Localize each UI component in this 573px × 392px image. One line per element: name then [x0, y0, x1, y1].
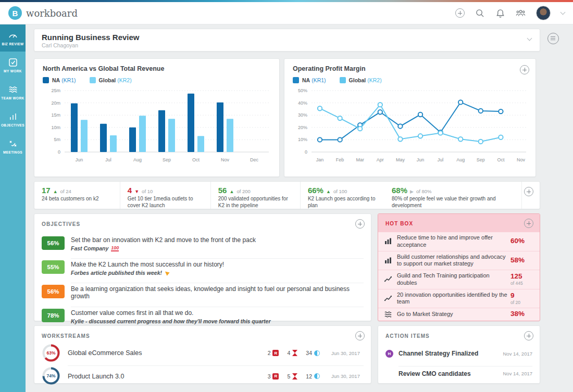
svg-text:Jun: Jun [417, 157, 425, 162]
kpi-target: of 100 [333, 188, 347, 194]
checkbox-icon [8, 58, 18, 67]
svg-text:Oct: Oct [497, 157, 505, 162]
objective-note: Forbes article published this week! [71, 270, 364, 276]
sidebar-label: OBJECTIVES [1, 123, 24, 127]
topbar: B workboard [0, 2, 573, 24]
objective-title: Customer value comes first in all that w… [71, 309, 364, 317]
workstream-title: Product Launch 3.0 [68, 373, 268, 380]
hot-box-text: 20 innovation opportunities identified b… [397, 292, 510, 306]
add-hot-box-item-button[interactable] [524, 219, 533, 228]
hot-box-list: Reduce time to hire and improve offer ac… [378, 232, 540, 320]
objectives-title: OBJECTIVES [42, 221, 80, 227]
svg-text:Aug: Aug [133, 157, 142, 162]
kpi-target: of 80% [416, 188, 432, 194]
sidebar-item-my-work[interactable]: MY WORK [0, 52, 26, 79]
objective-row[interactable]: 56% Be a learning organization that seek… [34, 280, 371, 304]
svg-text:Jun: Jun [76, 157, 83, 162]
objective-row[interactable]: 78% Customer value comes first in all th… [34, 304, 371, 328]
add-action-item-button[interactable] [524, 331, 533, 340]
trend-arrow-icon: ▲ [326, 189, 331, 194]
menu-icon[interactable] [547, 33, 559, 44]
add-workstream-button[interactable] [355, 331, 365, 340]
hot-box-row[interactable]: Go to Market Strategy 38% [378, 308, 540, 320]
route-icon [8, 139, 18, 148]
add-chart-button[interactable] [520, 65, 529, 74]
trend-arrow-icon: ▼ [134, 189, 139, 194]
objective-progress-badge: 56% [42, 236, 65, 250]
kpi-cell[interactable]: 56 ▲ of 200 200 validated opportunities … [211, 182, 301, 209]
people-icon[interactable] [516, 8, 526, 18]
sidebar-item-meetings[interactable]: MEETINGS [0, 133, 26, 160]
svg-text:Apr: Apr [377, 157, 384, 162]
svg-text:Oct: Oct [192, 157, 200, 162]
kpi-value: 66% [308, 186, 323, 195]
add-icon[interactable] [455, 8, 465, 18]
brand-name: workboard [26, 8, 78, 19]
hourglass-icon [292, 373, 297, 380]
svg-text:20m: 20m [51, 100, 60, 106]
sidebar-item-biz-review[interactable]: BIZ REVIEW [0, 24, 26, 52]
kpi-cell[interactable]: 4 ▼ of 10 Get 10 tier 1media outlets to … [120, 182, 211, 209]
hot-box-target: of 445 [510, 281, 533, 286]
action-items-card: ACTION ITEMS H Channel Strategy Finalize… [378, 325, 540, 384]
notifications-bell-icon[interactable] [495, 8, 505, 18]
hundred-emoji: 100 [111, 246, 119, 251]
hot-box-value: 58% [510, 257, 533, 264]
trend-arrow-icon: ▶ [410, 189, 414, 194]
add-objective-button[interactable] [355, 219, 365, 229]
action-item-row[interactable]: Review CMO candidates Nov 14, 2017 [378, 363, 540, 383]
kpi-target: of 200 [236, 188, 250, 194]
revenue-bar-chart-card: North America vs Global Total Revenue NA… [34, 58, 280, 177]
sidebar-item-objectives[interactable]: OBJECTIVES [0, 106, 26, 133]
sidebar-label: MY WORK [4, 69, 22, 73]
page-title: Running Business Review [42, 33, 532, 42]
action-item-date: Nov 14, 2017 [503, 351, 532, 357]
objectives-card: OBJECTIVES 56% Set the bar on innovation… [34, 213, 371, 321]
hot-box-target: of 20 [510, 300, 533, 305]
svg-text:25m: 25m [51, 88, 60, 93]
hot-box-card: HOT BOX Reduce time to hire and improve … [378, 213, 540, 321]
bar-chart-icon [384, 257, 393, 264]
kpi-cell[interactable]: 17 ▲ of 24 24 beta customers on k2 [34, 182, 120, 209]
objective-note: Kylie - discussed current progress and h… [71, 318, 364, 324]
risk-count: 2 R [268, 350, 279, 356]
svg-text:Jul: Jul [438, 157, 444, 162]
objective-row[interactable]: 55% Make the K2 Launch the most successf… [34, 256, 371, 280]
workstream-row[interactable]: 63% Global eCommerce Sales 2 R 4 34 Jun … [34, 342, 371, 364]
workstream-row[interactable]: 74% Product Launch 3.0 3 R 5 12 Jun 30, … [34, 364, 371, 387]
objective-title: Be a learning organization that seeks id… [71, 285, 364, 300]
hot-box-value: 38% [510, 310, 533, 318]
legend-entry: Global(KR2) [90, 77, 132, 83]
hot-box-row[interactable]: Reduce time to hire and improve offer ac… [378, 232, 540, 251]
hot-box-row[interactable]: 20 innovation opportunities identified b… [378, 289, 540, 308]
half-circle-icon [314, 373, 320, 379]
sidebar-item-team-work[interactable]: TEAM WORK [0, 79, 26, 106]
workstream-date: Jun 30, 2017 [331, 350, 364, 356]
workboard-logo-icon[interactable]: B [8, 6, 22, 20]
search-icon[interactable] [475, 8, 485, 18]
add-kpi-button[interactable] [524, 187, 533, 196]
chevron-down-icon[interactable] [560, 9, 566, 15]
hot-box-value: 9 [510, 292, 533, 300]
kpi-description: 24 beta customers on k2 [42, 196, 114, 203]
user-avatar[interactable] [536, 6, 551, 20]
kpi-cell[interactable]: 66% ▲ of 100 K2 Launch goes according to… [301, 182, 384, 209]
chart-legend: NA(KR1)Global(KR2) [293, 77, 527, 83]
kpi-cell[interactable]: 68% ▶ of 80% 80% of people feel we value… [384, 182, 522, 209]
hot-box-row[interactable]: Guild and Tech Training participation do… [378, 270, 540, 289]
kpi-value: 68% [392, 186, 407, 195]
waves-icon [384, 311, 393, 318]
workstreams-card: WORKSTREAMS 63% Global eCommerce Sales 2… [34, 325, 371, 384]
hot-box-text: Guild and Tech Training participation do… [397, 272, 510, 287]
risk-count: 3 R [268, 373, 279, 380]
hot-box-row[interactable]: Build customer relationships and advocac… [378, 251, 540, 270]
action-items-title: ACTION ITEMS [385, 333, 430, 339]
chart-title: North America vs Global Total Revenue [43, 65, 271, 72]
objectives-list: 56% Set the bar on innovation with K2 an… [34, 232, 371, 328]
svg-text:Nov: Nov [517, 157, 526, 162]
objective-row[interactable]: 56% Set the bar on innovation with K2 an… [34, 232, 371, 256]
legend-entry: Global(KR2) [340, 77, 382, 83]
svg-text:10m: 10m [51, 125, 60, 130]
waves-icon [8, 85, 18, 94]
action-item-row[interactable]: H Channel Strategy Finalized Nov 14, 201… [378, 344, 540, 363]
